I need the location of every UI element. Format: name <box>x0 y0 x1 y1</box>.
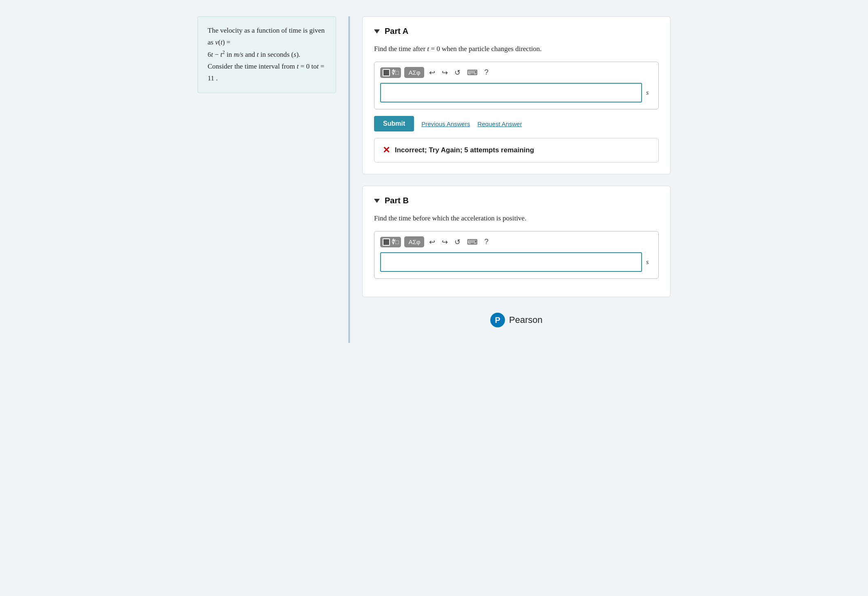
right-panel: Part A Find the time after t = 0 when th… <box>362 16 671 343</box>
part-a-toolbar: ∜□ ΑΣφ ↩ ↪ ↺ ⌨ ? <box>380 67 653 78</box>
part-b-undo-btn[interactable]: ↩ <box>427 237 437 247</box>
part-b-keyboard-btn[interactable]: ⌨ <box>465 237 479 247</box>
help-btn[interactable]: ? <box>483 67 490 78</box>
problem-text: The velocity as a function of time is gi… <box>208 27 325 82</box>
part-b-answer-input[interactable] <box>380 252 642 272</box>
problem-statement: The velocity as a function of time is gi… <box>197 16 336 93</box>
part-a-submit-btn[interactable]: Submit <box>374 116 414 131</box>
redo-btn[interactable]: ↪ <box>440 67 450 78</box>
pearson-logo-letter: P <box>495 316 500 325</box>
part-b-section: Part B Find the time before which the ac… <box>362 186 671 297</box>
request-answer-btn[interactable]: Request Answer <box>477 120 522 127</box>
pearson-footer: P Pearson <box>362 313 671 331</box>
part-a-error-box: ✕ Incorrect; Try Again; 5 attempts remai… <box>374 138 659 162</box>
part-a-chevron[interactable] <box>374 29 380 33</box>
part-b-math-sym-icon: ∜□ <box>392 239 399 245</box>
part-b-title: Part B <box>385 196 409 205</box>
part-a-submit-row: Submit Previous Answers Request Answer <box>374 116 659 131</box>
vertical-divider <box>348 16 350 343</box>
part-a-answer-input[interactable] <box>380 83 642 102</box>
math-sym-icon: ∜□ <box>392 69 399 76</box>
part-a-section: Part A Find the time after t = 0 when th… <box>362 16 671 174</box>
undo-btn[interactable]: ↩ <box>427 67 437 78</box>
part-a-input-container: ∜□ ΑΣφ ↩ ↪ ↺ ⌨ ? s <box>374 62 659 109</box>
part-b-question: Find the time before which the accelerat… <box>374 213 659 224</box>
square-icon <box>383 69 390 76</box>
part-b-square-icon <box>383 238 390 246</box>
part-b-help-btn[interactable]: ? <box>483 237 490 247</box>
part-a-header: Part A <box>374 27 659 36</box>
part-a-input-row: s <box>380 83 653 102</box>
part-b-refresh-btn[interactable]: ↺ <box>453 237 462 247</box>
part-b-header: Part B <box>374 196 659 205</box>
part-b-greek-btn[interactable]: ΑΣφ <box>404 236 424 247</box>
part-a-question: Find the time after t = 0 when the parti… <box>374 43 659 54</box>
math-input-btn[interactable]: ∜□ <box>380 67 401 78</box>
part-b-input-container: ∜□ ΑΣφ ↩ ↪ ↺ ⌨ ? s <box>374 231 659 279</box>
part-b-math-input-btn[interactable]: ∜□ <box>380 237 401 247</box>
greek-btn[interactable]: ΑΣφ <box>404 67 424 78</box>
part-a-title: Part A <box>385 27 408 36</box>
part-a-unit: s <box>646 89 653 96</box>
pearson-brand: Pearson <box>509 315 542 325</box>
pearson-logo: P <box>490 313 505 327</box>
part-b-toolbar: ∜□ ΑΣφ ↩ ↪ ↺ ⌨ ? <box>380 236 653 247</box>
part-b-unit: s <box>646 258 653 266</box>
previous-answers-btn[interactable]: Previous Answers <box>421 120 470 127</box>
error-message: Incorrect; Try Again; 5 attempts remaini… <box>395 146 534 154</box>
refresh-btn[interactable]: ↺ <box>453 67 462 78</box>
part-b-redo-btn[interactable]: ↪ <box>440 237 450 247</box>
error-x-icon: ✕ <box>383 145 390 156</box>
part-b-input-row: s <box>380 252 653 272</box>
keyboard-btn[interactable]: ⌨ <box>465 67 479 78</box>
part-b-chevron[interactable] <box>374 199 380 203</box>
